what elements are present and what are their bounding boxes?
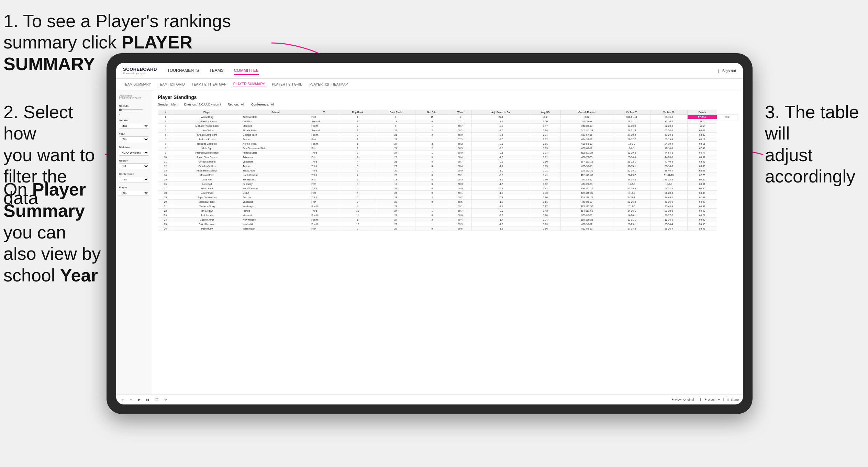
table-cell: -2.5 — [472, 133, 530, 137]
sub-nav-team-h2h-grid[interactable]: TEAM H2H GRID — [158, 82, 185, 87]
share-btn[interactable]: ⇧ Share — [727, 398, 739, 401]
table-cell: 1.92 — [530, 182, 561, 186]
table-cell: 69.1 — [449, 173, 472, 177]
redo-btn[interactable]: ↪ — [129, 397, 134, 402]
table-cell: 68.6 — [449, 213, 472, 218]
table-cell: North Florida — [241, 142, 310, 146]
undo-btn[interactable]: ↩ — [120, 397, 126, 402]
refresh-btn[interactable]: ↻ — [163, 397, 168, 402]
table-cell: 68.4 — [449, 155, 472, 159]
table-cell: -1.5 — [472, 177, 530, 182]
table-cell: 47-40-3 — [650, 159, 687, 164]
table-cell: 24 — [376, 151, 415, 155]
table-cell: Florida State — [241, 128, 310, 133]
sub-nav-team-summary[interactable]: TEAM SUMMARY — [123, 82, 151, 87]
table-cell: 30 — [376, 168, 415, 173]
table-cell: Cole Sherwood — [173, 222, 241, 226]
table-cell: 2 — [415, 128, 449, 133]
table-cell: 4 — [339, 159, 376, 164]
page-title: Player Standings — [158, 94, 737, 100]
table-cell: 69.1 — [449, 191, 472, 195]
slider-thumb[interactable] — [119, 109, 122, 111]
table-header-row: # Player School Yr Reg Rank Conf Rank No… — [158, 110, 737, 115]
table-cell: Bastien Amat — [173, 218, 241, 222]
table-cell: 628-192-30 — [560, 168, 613, 173]
sidebar-player: Player (All) — [119, 186, 149, 196]
year-select[interactable]: (All) First Second Third Fourth Fifth — [119, 136, 149, 142]
sub-nav: TEAM SUMMARY TEAM H2H GRID TEAM H2H HEAT… — [116, 79, 743, 90]
forward-btn[interactable]: ▶ — [137, 397, 142, 402]
table-cell: 69.4 — [449, 218, 472, 222]
table-cell: Third — [310, 151, 339, 155]
table-cell: 1.66 — [530, 177, 561, 182]
division-label: Division — [119, 146, 149, 149]
table-cell: 44-28-8 — [650, 155, 687, 159]
table-cell: 27 — [376, 142, 415, 146]
sub-nav-player-h2h-grid[interactable]: PLAYER H2H GRID — [272, 82, 302, 87]
table-cell: 448-85-27 — [560, 200, 613, 204]
paste-btn[interactable]: 📋 — [154, 397, 160, 402]
table-row: 12Brendan ValdesAuburnThird527068.4-1.11… — [158, 164, 737, 168]
nav-bar: SCOREBOARD Powered by clippi TOURNAMENTS… — [116, 63, 743, 79]
watch-btn[interactable]: 👁 Watch ▼ — [704, 398, 721, 401]
tablet-screen: SCOREBOARD Powered by clippi TOURNAMENTS… — [116, 63, 743, 404]
sub-nav-player-h2h-heatmap[interactable]: PLAYER H2H HEATMAP — [310, 82, 348, 87]
table-cell: 66.77 — [687, 151, 717, 155]
conference-select[interactable]: (All) — [119, 177, 149, 182]
table-cell: 27-10-2 — [613, 133, 650, 137]
table-cell: 0.74 — [530, 218, 561, 222]
view-original-btn[interactable]: 👁 View: Original — [671, 398, 694, 401]
table-row: 23Jack LundinMissouriFourth1124068.6-2.3… — [158, 213, 737, 218]
sign-out-link[interactable]: Sign out — [722, 69, 736, 73]
sub-nav-player-summary[interactable]: PLAYER SUMMARY — [233, 81, 265, 87]
table-cell: 59.95 — [687, 222, 717, 226]
table-row: 26Petr HrubyWashingtonFifth725068.6-1.81… — [158, 226, 737, 231]
table-cell: 13 — [158, 168, 173, 173]
table-row: 24Bastien AmatNew MexicoFourth127269.4-1… — [158, 218, 737, 222]
table-cell: 467-29-23 — [560, 182, 613, 186]
table-cell: 67.1 — [449, 119, 472, 124]
table-cell: 60.69 — [687, 209, 717, 213]
table-cell: 69.2 — [449, 195, 472, 200]
table-cell: 69.0 — [449, 151, 472, 155]
table-cell: 2 — [158, 119, 173, 124]
table-cell: 50-18-6 — [650, 164, 687, 168]
table-cell: 28-15-0 — [650, 115, 687, 119]
table-cell: 49-35-9 — [650, 200, 687, 204]
table-cell: 0 — [415, 173, 449, 177]
gender-label: Gender — [119, 119, 149, 122]
table-cell: 60.27 — [687, 213, 717, 218]
table-cell: Arizona State — [241, 151, 310, 155]
sidebar-no-rds: No Rds. 0 — [119, 104, 149, 115]
nav-tournaments[interactable]: TOURNAMENTS — [167, 67, 199, 75]
table-cell: 616-168-22 — [560, 218, 613, 222]
table-cell: 258-86-13 — [560, 124, 613, 128]
table-cell: 1 — [415, 151, 449, 155]
table-cell: -1.7 — [472, 218, 530, 222]
copy-btn[interactable]: ▮▮ — [145, 397, 151, 402]
gender-select[interactable]: Men Women — [119, 123, 149, 129]
nav-committee[interactable]: COMMITTEE — [234, 67, 259, 75]
table-cell: 60.98 — [687, 200, 717, 204]
table-row: 5Christo LamprechtGeorgia TechFourth2212… — [158, 133, 737, 137]
sub-nav-team-h2h-heatmap[interactable]: TEAM H2H HEATMAP — [192, 82, 226, 87]
division-select[interactable]: NCAA Division I NCAA Division II NCAA Di… — [119, 150, 149, 156]
table-cell: 0 — [415, 200, 449, 204]
table-cell: 1.13 — [530, 191, 561, 195]
table-cell: 1.61 — [530, 200, 561, 204]
table-cell: First — [310, 115, 339, 119]
table-row: 14Maxwell FordNorth CarolinaThird723069.… — [158, 173, 737, 177]
player-select[interactable]: (All) — [119, 190, 149, 196]
table-cell: Fifth — [310, 146, 339, 151]
table-cell: 1 — [415, 137, 449, 142]
table-cell: 2 — [415, 195, 449, 200]
table-cell: 0.96 — [530, 195, 561, 200]
nav-teams[interactable]: TEAMS — [209, 67, 223, 75]
table-cell: 0 — [415, 182, 449, 186]
table-cell: Fourth — [310, 133, 339, 137]
region-select[interactable]: N/A All — [119, 163, 149, 169]
table-cell: 7 — [158, 142, 173, 146]
table-cell: 2.34 — [530, 133, 561, 137]
table-cell: 44-64-6 — [650, 151, 687, 155]
table-cell: Florida — [241, 209, 310, 213]
